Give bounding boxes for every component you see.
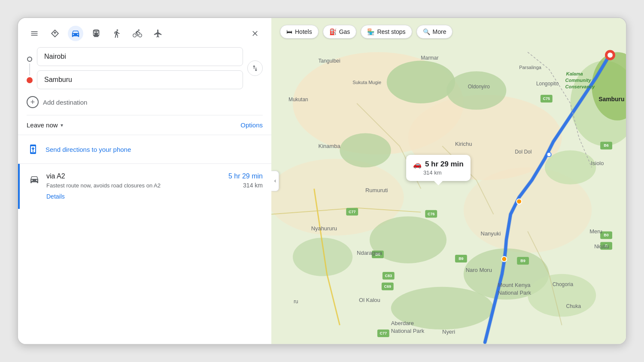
filter-bar: 🛏 Hotels ⛽ Gas 🏪 Rest stops 🔍 More — [280, 25, 453, 39]
svg-text:B9: B9 — [459, 256, 463, 261]
svg-text:ru: ru — [294, 299, 298, 305]
svg-point-16 — [501, 256, 507, 262]
rest-stops-chip[interactable]: 🏪 Rest stops — [361, 25, 412, 39]
swap-button[interactable] — [247, 60, 263, 76]
svg-text:Mukutan: Mukutan — [289, 97, 308, 103]
add-destination-icon: + — [27, 96, 39, 108]
directions-icon[interactable] — [47, 26, 63, 41]
inputs-area — [18, 47, 271, 89]
flight-icon[interactable] — [150, 26, 166, 41]
route-dots — [27, 53, 33, 83]
close-icon[interactable] — [247, 26, 263, 41]
svg-point-5 — [387, 60, 455, 103]
transit-icon[interactable] — [88, 26, 104, 41]
popup-time: 5 hr 29 min — [425, 160, 464, 169]
rest-stops-icon: 🏪 — [367, 28, 374, 35]
svg-text:Sukuta Mugie: Sukuta Mugie — [352, 80, 381, 85]
svg-text:Rumuruti: Rumuruti — [365, 187, 388, 193]
svg-text:Nanyuki: Nanyuki — [481, 230, 501, 237]
svg-text:Samburu: Samburu — [598, 96, 624, 103]
svg-text:Oldonyiro: Oldonyiro — [468, 84, 490, 90]
svg-text:B0: B0 — [604, 233, 608, 237]
left-panel: + Add destination Leave now ▾ Options Se… — [18, 18, 271, 344]
svg-point-17 — [516, 199, 522, 204]
time-options-row: Leave now ▾ Options — [18, 115, 271, 135]
svg-text:C75: C75 — [543, 97, 550, 101]
svg-text:Chogoria: Chogoria — [553, 281, 574, 287]
popup-distance: 314 km — [413, 169, 464, 176]
origin-dot — [27, 57, 32, 62]
svg-text:Kinamba: Kinamba — [319, 143, 341, 149]
svg-point-20 — [608, 53, 613, 58]
svg-point-14 — [528, 274, 596, 317]
svg-text:Aberdare: Aberdare — [391, 320, 414, 326]
inputs-fields — [37, 47, 243, 89]
svg-text:Nyahururu: Nyahururu — [311, 225, 337, 232]
route-popup: 🚗 5 hr 29 min 314 km — [406, 155, 471, 181]
svg-text:Isiolo: Isiolo — [591, 160, 604, 166]
svg-text:National Park: National Park — [391, 328, 425, 334]
walk-icon[interactable] — [109, 26, 125, 41]
svg-text:Ol Kalou: Ol Kalou — [359, 297, 380, 303]
route-details-link[interactable]: Details — [46, 193, 65, 200]
add-destination-label: Add destination — [43, 99, 87, 106]
rest-stops-label: Rest stops — [377, 28, 405, 35]
origin-input[interactable] — [37, 47, 243, 66]
more-chip[interactable]: 🔍 More — [416, 25, 453, 39]
svg-text:Mount Kenya: Mount Kenya — [498, 282, 531, 288]
popup-car-icon: 🚗 — [413, 160, 422, 169]
app-container: + Add destination Leave now ▾ Options Se… — [17, 17, 627, 345]
route-car-icon — [28, 173, 40, 185]
car-icon[interactable] — [68, 26, 83, 41]
svg-text:Nyeri: Nyeri — [442, 329, 455, 335]
svg-point-6 — [340, 133, 391, 168]
gas-chip[interactable]: ⛽ Gas — [323, 25, 357, 39]
route-distance: 314 km — [228, 182, 263, 189]
svg-text:B6: B6 — [604, 143, 608, 148]
dest-dot — [27, 77, 33, 83]
svg-text:C76: C76 — [428, 212, 434, 216]
leave-now-button[interactable]: Leave now ▾ — [27, 121, 63, 129]
svg-text:C69: C69 — [384, 284, 391, 289]
route-result[interactable]: via A2 Fastest route now, avoids road cl… — [18, 164, 271, 209]
gas-icon: ⛽ — [329, 28, 337, 35]
svg-text:Kirichu: Kirichu — [455, 141, 472, 147]
add-destination-row[interactable]: + Add destination — [18, 89, 271, 115]
more-icon: 🔍 — [423, 28, 430, 35]
route-line — [29, 63, 30, 75]
route-time: 5 hr 29 min — [228, 172, 263, 180]
menu-icon[interactable] — [27, 26, 42, 41]
options-button[interactable]: Options — [240, 121, 263, 129]
svg-text:Marmar: Marmar — [421, 55, 438, 61]
svg-text:Ndaragwa: Ndaragwa — [357, 250, 383, 256]
route-description: Fastest route now, avoids road closures … — [46, 182, 222, 190]
route-info: via A2 Fastest route now, avoids road cl… — [46, 172, 222, 200]
popup-arrow — [434, 181, 443, 185]
send-directions-label: Send directions to your phone — [46, 146, 131, 153]
hotels-label: Hotels — [295, 28, 312, 35]
svg-text:Parsalinga: Parsalinga — [519, 65, 542, 70]
svg-text:Nkubu: Nkubu — [594, 244, 609, 250]
svg-text:National Park: National Park — [498, 290, 531, 296]
svg-text:Tangulbei: Tangulbei — [319, 58, 340, 64]
route-via: via A2 — [46, 172, 222, 180]
svg-text:Meru: Meru — [589, 228, 602, 235]
more-label: More — [433, 28, 447, 35]
svg-text:B9: B9 — [520, 259, 525, 263]
bike-icon[interactable] — [130, 26, 145, 41]
send-directions-icon — [27, 143, 39, 156]
gas-label: Gas — [339, 28, 350, 35]
collapse-handle[interactable] — [271, 171, 279, 191]
svg-point-7 — [447, 71, 506, 110]
svg-text:C77: C77 — [349, 210, 355, 214]
svg-point-18 — [547, 152, 551, 157]
hotels-icon: 🛏 — [286, 28, 292, 35]
hotels-chip[interactable]: 🛏 Hotels — [280, 25, 319, 39]
svg-text:Kalama: Kalama — [566, 71, 583, 76]
destination-input[interactable] — [37, 70, 243, 89]
leave-now-label: Leave now — [27, 121, 58, 129]
map-panel[interactable]: C77 C76 B5 C83 C69 C77 B9 B9 C75 B6 B0 C — [271, 18, 626, 344]
leave-now-chevron: ▾ — [61, 122, 63, 128]
send-directions-row[interactable]: Send directions to your phone — [18, 135, 271, 163]
svg-text:Chuka: Chuka — [566, 303, 581, 309]
